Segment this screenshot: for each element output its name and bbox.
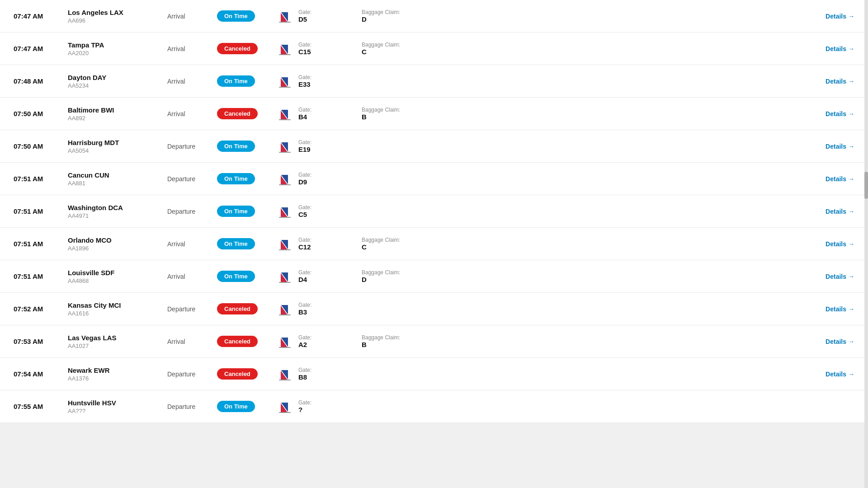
status-badge: On Time <box>217 141 255 152</box>
gate-col: Gate: B4 <box>298 107 362 121</box>
flight-number: AA1896 <box>68 245 167 252</box>
arrow-icon: → <box>848 240 854 248</box>
gate-label: Gate: <box>298 237 362 243</box>
flight-status: On Time <box>217 141 271 152</box>
flight-type: Departure <box>167 371 217 378</box>
city-name: Louisville SDF <box>68 269 167 277</box>
arrow-icon: → <box>848 13 854 20</box>
flight-time: 07:55 AM <box>14 403 68 410</box>
gate-value: E19 <box>298 145 362 153</box>
flight-time: 07:47 AM <box>14 45 68 52</box>
flight-time: 07:51 AM <box>14 175 68 183</box>
gate-label: Gate: <box>298 302 362 308</box>
flight-type: Arrival <box>167 110 217 117</box>
status-badge: Canceled <box>217 303 258 314</box>
baggage-value: D <box>362 276 434 283</box>
baggage-value: C <box>362 48 434 56</box>
flight-type: Arrival <box>167 78 217 85</box>
airline-icon-col <box>271 105 298 122</box>
flight-status: On Time <box>217 173 271 184</box>
flight-time: 07:51 AM <box>14 207 68 215</box>
flight-type: Arrival <box>167 240 217 248</box>
details-link[interactable]: Details → <box>826 175 854 183</box>
flight-row: 07:52 AM Kansas City MCI AA1616 Departur… <box>0 293 868 325</box>
arrow-icon: → <box>848 110 854 117</box>
airline-icon-col <box>271 40 298 57</box>
arrow-icon: → <box>848 78 854 85</box>
scrollbar-thumb[interactable] <box>864 172 868 199</box>
arrow-icon: → <box>848 273 854 280</box>
details-link[interactable]: Details → <box>826 338 854 345</box>
baggage-value: C <box>362 243 434 251</box>
flight-time: 07:54 AM <box>14 370 68 378</box>
svg-rect-23 <box>279 184 291 185</box>
gate-col: Gate: E33 <box>298 74 362 88</box>
details-link[interactable]: Details → <box>826 208 854 215</box>
details-link[interactable]: Details → <box>826 78 854 85</box>
airline-icon-col <box>271 235 298 253</box>
details-link[interactable]: Details → <box>826 240 854 248</box>
flight-type: Arrival <box>167 13 217 20</box>
baggage-claim-col: Baggage Claim: D <box>362 9 434 23</box>
flight-row: 07:51 AM Louisville SDF AA4868 Arrival O… <box>0 260 868 293</box>
details-col: Details → <box>434 208 854 215</box>
details-col: Details → <box>434 371 854 378</box>
details-link[interactable]: Details → <box>826 143 854 150</box>
details-link[interactable]: Details → <box>826 305 854 313</box>
baggage-label: Baggage Claim: <box>362 9 434 15</box>
svg-rect-7 <box>279 54 291 55</box>
flight-destination: Huntsville HSV AA??? <box>68 399 167 414</box>
city-name: Kansas City MCI <box>68 301 167 309</box>
flight-row: 07:51 AM Orlando MCO AA1896 Arrival On T… <box>0 228 868 260</box>
baggage-label: Baggage Claim: <box>362 237 434 243</box>
flight-number: AA2020 <box>68 50 167 56</box>
details-link[interactable]: Details → <box>826 45 854 52</box>
gate-label: Gate: <box>298 139 362 145</box>
flight-destination: Dayton DAY AA5234 <box>68 74 167 89</box>
details-link[interactable]: Details → <box>826 13 854 20</box>
status-badge: Canceled <box>217 108 258 119</box>
gate-col: Gate: C15 <box>298 42 362 56</box>
details-link[interactable]: Details → <box>826 110 854 117</box>
flight-type: Departure <box>167 143 217 150</box>
gate-col: Gate: D9 <box>298 172 362 186</box>
flight-number: AA1027 <box>68 343 167 349</box>
svg-rect-15 <box>279 119 291 120</box>
airline-icon-col <box>271 138 298 155</box>
gate-value: D5 <box>298 15 362 23</box>
scrollbar-track[interactable] <box>864 0 868 423</box>
gate-label: Gate: <box>298 74 362 80</box>
details-col: Details → <box>434 143 854 150</box>
svg-rect-31 <box>279 249 291 250</box>
flight-row: 07:55 AM Huntsville HSV AA??? Departure … <box>0 390 868 423</box>
city-name: Baltimore BWI <box>68 106 167 114</box>
gate-col: Gate: B8 <box>298 367 362 381</box>
flight-destination: Kansas City MCI AA1616 <box>68 301 167 317</box>
flight-destination: Washington DCA AA4971 <box>68 204 167 219</box>
status-badge: On Time <box>217 401 255 412</box>
svg-rect-51 <box>279 412 291 413</box>
flight-status: Canceled <box>217 303 271 314</box>
details-link[interactable]: Details → <box>826 273 854 280</box>
flight-status: On Time <box>217 238 271 249</box>
flight-status: On Time <box>217 401 271 412</box>
flight-time: 07:52 AM <box>14 305 68 313</box>
flight-number: AA892 <box>68 115 167 122</box>
baggage-value: D <box>362 15 434 23</box>
flight-number: AA??? <box>68 408 167 414</box>
details-col: Details → <box>434 110 854 117</box>
svg-rect-35 <box>279 282 291 283</box>
baggage-claim-col: Baggage Claim: D <box>362 269 434 283</box>
flight-row: 07:47 AM Tampa TPA AA2020 Arrival Cancel… <box>0 33 868 65</box>
gate-col: Gate: D5 <box>298 9 362 23</box>
baggage-claim-col: Baggage Claim: C <box>362 42 434 56</box>
flight-row: 07:50 AM Harrisburg MDT AA5054 Departure… <box>0 130 868 163</box>
flight-destination: Orlando MCO AA1896 <box>68 236 167 252</box>
status-badge: Canceled <box>217 43 258 54</box>
city-name: Los Angeles LAX <box>68 9 167 16</box>
flight-row: 07:51 AM Cancun CUN AA881 Departure On T… <box>0 163 868 195</box>
gate-label: Gate: <box>298 107 362 113</box>
flight-status: On Time <box>217 206 271 217</box>
details-link[interactable]: Details → <box>826 371 854 378</box>
flight-number: AA1376 <box>68 375 167 382</box>
